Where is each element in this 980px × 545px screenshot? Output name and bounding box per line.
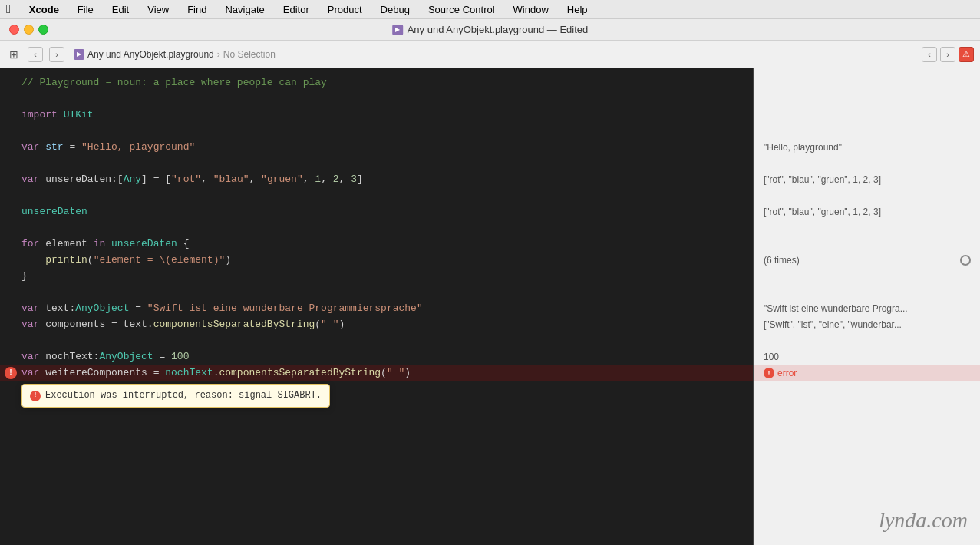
breadcrumb-selection[interactable]: No Selection: [223, 49, 276, 60]
code-line-12: println("element = \(element)"): [0, 252, 753, 268]
back-button[interactable]: ‹: [28, 47, 43, 62]
toolbar-right: ‹ › ⚠: [922, 47, 974, 62]
result-line-18: 100: [754, 348, 980, 365]
code-line-16: var components = text.componentsSeparate…: [0, 316, 753, 332]
code-line-8: [0, 187, 753, 203]
code-line-14: [0, 284, 753, 300]
code-line-3: import UIKit: [0, 107, 753, 123]
breadcrumb-file[interactable]: Any und AnyObjekt.playground: [87, 49, 214, 60]
code-line-1: // Playground – noun: a place where peop…: [0, 74, 753, 91]
forward-button[interactable]: ›: [49, 47, 64, 62]
code-line-2: [0, 91, 753, 107]
menu-help[interactable]: Help: [564, 2, 591, 17]
breadcrumb: ▶ Any und AnyObjekt.playground › No Sele…: [74, 49, 276, 60]
menu-view[interactable]: View: [144, 2, 172, 17]
code-line-4: [0, 123, 753, 139]
result-line-1: [754, 74, 980, 91]
apple-menu[interactable]: : [6, 2, 11, 16]
result-error-icon: !: [764, 368, 774, 378]
panels-button[interactable]: ⊞: [6, 47, 21, 62]
result-line-3: [754, 107, 980, 123]
close-button[interactable]: [9, 25, 19, 35]
watermark-text: lynda.com: [879, 508, 968, 532]
result-line-6: [754, 155, 980, 171]
code-line-11: for element in unsereDaten {: [0, 236, 753, 252]
code-line-9: unsereDaten: [0, 203, 753, 220]
code-line-17: [0, 332, 753, 348]
menu-navigate[interactable]: Navigate: [222, 2, 267, 17]
window-title: ▶ Any und AnyObjekt.playground — Edited: [392, 24, 589, 35]
result-line-7: ["rot", "blau", "gruen", 1, 2, 3]: [754, 171, 980, 187]
error-tooltip-text: Execution was interrupted, reason: signa…: [45, 388, 322, 404]
watermark: lynda.com: [879, 508, 968, 533]
results-panel: "Hello, playground" ["rot", "blau", "gru…: [754, 68, 980, 545]
result-line-8: [754, 187, 980, 203]
toolbar: ⊞ ‹ › ▶ Any und AnyObjekt.playground › N…: [0, 41, 980, 68]
code-line-6: [0, 155, 753, 171]
menu-editor[interactable]: Editor: [280, 2, 312, 17]
main-area: // Playground – noun: a place where peop…: [0, 68, 980, 545]
result-line-13: [754, 268, 980, 284]
result-circle-icon[interactable]: [960, 255, 971, 266]
result-line-16: ["Swift", "ist", "eine", "wunderbar...: [754, 316, 980, 332]
menu-file[interactable]: File: [74, 2, 97, 17]
title-text: Any und AnyObjekt.playground — Edited: [408, 24, 589, 35]
code-line-15: var text:AnyObject = "Swift ist eine wun…: [0, 300, 753, 316]
fullscreen-button[interactable]: [38, 25, 48, 35]
traffic-lights: [0, 25, 58, 35]
result-line-2: [754, 91, 980, 107]
code-line-5: var str = "Hello, playground": [0, 139, 753, 155]
code-text: // Playground – noun: a place where peop…: [21, 74, 327, 91]
error-gutter-icon: !: [5, 367, 17, 379]
code-line-10: [0, 220, 753, 236]
error-button[interactable]: ⚠: [959, 47, 974, 62]
nav-right-button[interactable]: ›: [940, 47, 955, 62]
menu-find[interactable]: Find: [184, 2, 210, 17]
result-line-9: ["rot", "blau", "gruen", 1, 2, 3]: [754, 203, 980, 220]
result-line-10: [754, 220, 980, 236]
result-line-15: "Swift ist eine wunderbare Progra...: [754, 300, 980, 316]
code-line-7: var unsereDaten:[Any] = ["rot", "blau", …: [0, 171, 753, 187]
result-line-5: "Hello, playground": [754, 139, 980, 155]
code-line-18: var nochText:AnyObject = 100: [0, 348, 753, 365]
menu-edit[interactable]: Edit: [109, 2, 132, 17]
playground-icon: ▶: [392, 25, 403, 35]
menu-debug[interactable]: Debug: [378, 2, 413, 17]
code-line-19-error: ! var weitereComponents = nochText.compo…: [0, 365, 753, 381]
breadcrumb-separator: ›: [217, 49, 220, 60]
code-editor[interactable]: // Playground – noun: a place where peop…: [0, 68, 754, 545]
menu-window[interactable]: Window: [510, 2, 552, 17]
error-tooltip-icon: !: [30, 391, 41, 401]
result-line-17: [754, 332, 980, 348]
result-line-19-error: ! error: [754, 365, 980, 381]
titlebar: ▶ Any und AnyObjekt.playground — Edited: [0, 19, 980, 41]
menu-product[interactable]: Product: [325, 2, 365, 17]
menubar:  Xcode File Edit View Find Navigate Edi…: [0, 0, 980, 19]
menu-source-control[interactable]: Source Control: [425, 2, 498, 17]
result-line-14: [754, 284, 980, 300]
playground-file-icon: ▶: [74, 49, 84, 60]
minimize-button[interactable]: [24, 25, 34, 35]
nav-left-button[interactable]: ‹: [922, 47, 937, 62]
result-line-4: [754, 123, 980, 139]
menu-xcode[interactable]: Xcode: [26, 2, 62, 17]
code-line-13: }: [0, 268, 753, 284]
result-line-12: (6 times): [754, 252, 980, 268]
error-tooltip: ! Execution was interrupted, reason: sig…: [21, 384, 330, 408]
result-line-11: [754, 236, 980, 252]
